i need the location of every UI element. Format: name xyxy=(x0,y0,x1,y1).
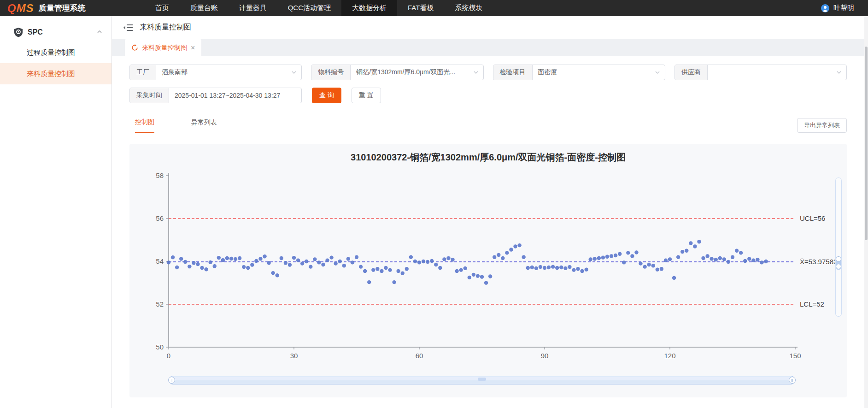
open-tab-chip[interactable]: 来料质量控制图 × xyxy=(125,39,201,56)
reset-button[interactable]: 重 置 xyxy=(352,88,381,103)
svg-text:120: 120 xyxy=(664,352,675,360)
collect-time-range-picker[interactable]: 采集时间 2025-01-01 13:27~2025-04-30 13:27 xyxy=(129,88,302,103)
content-tabs: 控制图 异常列表 导出异常列表 xyxy=(129,117,847,134)
nav-item-big-data-analysis[interactable]: 大数据分析 xyxy=(341,0,397,16)
nav-item-quality-ledger[interactable]: 质量台账 xyxy=(180,0,229,16)
sidebar-group-label: SPC xyxy=(28,28,43,36)
chevron-down-icon xyxy=(291,65,301,80)
svg-text:58: 58 xyxy=(156,171,164,179)
collapse-menu-icon[interactable] xyxy=(123,24,133,32)
tab-control-chart[interactable]: 控制图 xyxy=(135,118,154,133)
qms-logo: QMS xyxy=(7,2,34,15)
main-nav: 首页 质量台账 计量器具 QCC活动管理 大数据分析 FAT看板 系统模块 xyxy=(145,0,493,16)
user-name: 叶帮明 xyxy=(833,4,854,12)
x-datazoom-slider[interactable] xyxy=(169,376,795,384)
spc-control-chart[interactable]: 50525456580306090120150UCL=56X̄=53.97582… xyxy=(129,144,847,397)
collect-time-label: 采集时间 xyxy=(130,88,169,103)
filters-row-2: 采集时间 2025-01-01 13:27~2025-04-30 13:27 查… xyxy=(129,88,847,103)
supplier-value xyxy=(708,65,836,80)
svg-text:X̄=53.97582: X̄=53.97582 xyxy=(800,258,837,266)
qms-app: QMS 质量管理系统 首页 质量台账 计量器具 QCC活动管理 大数据分析 FA… xyxy=(0,0,868,408)
page-title: 来料质量控制图 xyxy=(140,23,191,32)
svg-text:52: 52 xyxy=(156,300,164,308)
collect-time-value: 2025-01-01 13:27~2025-04-30 13:27 xyxy=(169,88,301,103)
main-content: 来料质量控制图 来料质量控制图 × 工厂 酒泉南部 xyxy=(112,16,864,408)
chevron-down-icon xyxy=(473,65,483,80)
sidebar: SPC 过程质量控制图 来料质量控制图 xyxy=(0,16,112,408)
sidebar-group-spc[interactable]: SPC xyxy=(0,23,111,42)
svg-text:150: 150 xyxy=(789,352,801,360)
material-code-select[interactable]: 物料编号 铜箔/宽1302mm/厚6.0μm/双面光... xyxy=(311,65,483,80)
supplier-label: 供应商 xyxy=(675,65,708,80)
svg-text:60: 60 xyxy=(416,352,423,360)
svg-text:LCL=52: LCL=52 xyxy=(800,300,824,308)
tabstrip: 来料质量控制图 × xyxy=(112,39,864,56)
y-datazoom-slider[interactable] xyxy=(835,177,842,317)
top-navbar: QMS 质量管理系统 首页 质量台账 计量器具 QCC活动管理 大数据分析 FA… xyxy=(0,0,868,16)
svg-text:0: 0 xyxy=(167,352,170,360)
y-datazoom-handle-bottom[interactable] xyxy=(836,264,841,269)
svg-text:90: 90 xyxy=(541,352,549,360)
chevron-up-icon xyxy=(97,28,102,36)
user-menu[interactable]: 叶帮明 xyxy=(821,4,868,13)
factory-select[interactable]: 工厂 酒泉南部 xyxy=(129,65,302,80)
nav-item-qcc-management[interactable]: QCC活动管理 xyxy=(277,0,341,16)
page-scrollbar[interactable] xyxy=(864,16,868,408)
svg-text:50: 50 xyxy=(156,343,164,351)
app-title: 质量管理系统 xyxy=(39,3,86,13)
chevron-down-icon xyxy=(836,65,846,80)
svg-text:30: 30 xyxy=(290,352,298,360)
content-panel: 工厂 酒泉南部 物料编号 铜箔/宽1302mm/厚6.0μm/双面光... xyxy=(112,56,864,397)
x-datazoom-handle-left[interactable] xyxy=(168,377,175,384)
nav-item-home[interactable]: 首页 xyxy=(145,0,180,16)
sidebar-item-process-quality-control-chart[interactable]: 过程质量控制图 xyxy=(0,42,111,63)
inspection-item-label: 检验项目 xyxy=(493,65,533,80)
y-datazoom-handle-top[interactable] xyxy=(836,256,841,262)
x-datazoom-handle-right[interactable] xyxy=(789,377,796,384)
brand[interactable]: QMS 质量管理系统 xyxy=(0,2,86,15)
inspection-item-value: 面密度 xyxy=(533,65,655,80)
tab-exception-list[interactable]: 异常列表 xyxy=(191,118,217,132)
page-scrollbar-thumb[interactable] xyxy=(865,47,868,240)
nav-item-measuring-instruments[interactable]: 计量器具 xyxy=(229,0,277,16)
factory-label: 工厂 xyxy=(130,65,156,80)
svg-text:56: 56 xyxy=(156,214,164,222)
inspection-item-select[interactable]: 检验项目 面密度 xyxy=(493,65,665,80)
svg-text:54: 54 xyxy=(156,257,164,265)
export-exception-list-button[interactable]: 导出异常列表 xyxy=(797,118,847,133)
open-tab-label: 来料质量控制图 xyxy=(142,44,187,52)
factory-value: 酒泉南部 xyxy=(156,65,291,80)
close-tab-icon[interactable]: × xyxy=(191,44,195,52)
material-code-value: 铜箔/宽1302mm/厚6.0μm/双面光... xyxy=(351,65,473,80)
shield-icon xyxy=(14,27,23,37)
nav-item-fat-board[interactable]: FAT看板 xyxy=(397,0,444,16)
search-button[interactable]: 查 询 xyxy=(312,88,341,103)
control-chart-card: 31010200372-铜箔/宽1302mm/厚6.0μm/双面光铜箔-面密度-… xyxy=(129,144,847,397)
sidebar-item-incoming-quality-control-chart[interactable]: 来料质量控制图 xyxy=(0,63,111,84)
page-header: 来料质量控制图 xyxy=(112,16,864,39)
x-datazoom-grip[interactable] xyxy=(478,378,486,381)
avatar-icon xyxy=(821,4,830,13)
svg-text:UCL=56: UCL=56 xyxy=(800,214,825,222)
filters-row-1: 工厂 酒泉南部 物料编号 铜箔/宽1302mm/厚6.0μm/双面光... xyxy=(129,65,847,80)
nav-item-system-module[interactable]: 系统模块 xyxy=(444,0,493,16)
chevron-down-icon xyxy=(655,65,665,80)
refresh-icon[interactable] xyxy=(131,44,138,51)
supplier-select[interactable]: 供应商 xyxy=(674,65,847,80)
material-code-label: 物料编号 xyxy=(311,65,351,80)
